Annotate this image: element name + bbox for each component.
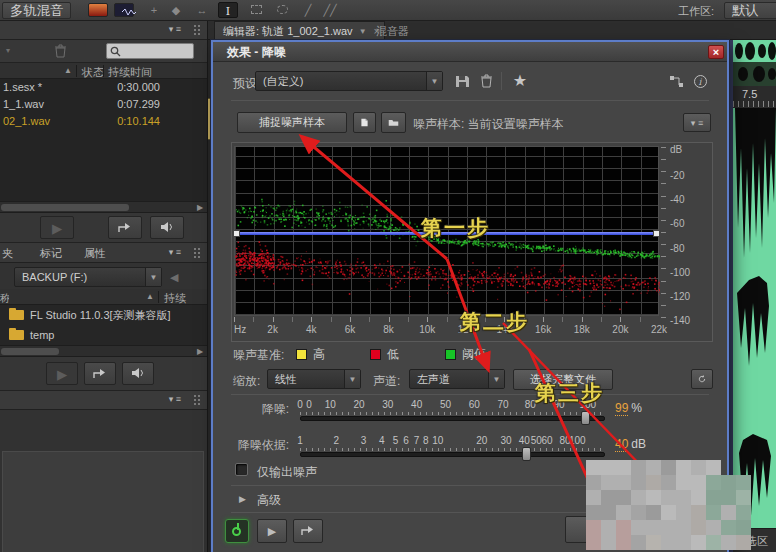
back-icon[interactable]: ◀ [170,271,178,284]
tab-mixer[interactable]: 混音器 [376,24,409,39]
column-name-fragment[interactable]: 称 [0,291,9,306]
column-status[interactable]: 状态 [82,65,104,80]
effect-power-toggle[interactable] [225,519,249,543]
sort-asc-icon[interactable]: ▲ [64,66,72,75]
timeline-ruler[interactable]: 7.5 [733,86,776,108]
lasso-selection-tool-icon[interactable] [272,2,292,18]
mosaic-tile [676,505,691,520]
panel-grip-icon[interactable] [193,24,201,37]
open-in-editor-icon[interactable] [108,216,142,239]
tab-markers[interactable]: 标记 [40,246,62,261]
waveform-overview-bottom[interactable] [733,62,776,86]
tab-dropdown-icon[interactable]: ▼ [359,27,367,36]
channel-value: 左声道 [417,372,450,387]
preview-play-button[interactable]: ▶ [257,519,287,543]
nr-value[interactable]: 99 [615,401,628,416]
dialog-titlebar[interactable]: 效果 - 降噪 × [213,42,727,62]
y-axis-labels: dB-20-40-60-80-100-120-140 [668,146,712,336]
tab-clipped[interactable]: 夹 [2,246,13,261]
files-column-header[interactable]: ▲ 状态 持续时间 [0,63,207,79]
slider-tick-label: 10 [432,435,443,446]
file-row[interactable]: 02_1.wav0:10.144 [0,113,207,130]
capture-noise-sample-button[interactable]: 捕捉噪声样本 [237,112,347,133]
nr-slider-track[interactable] [300,416,605,421]
spectral-view-icon[interactable] [88,3,108,17]
scroll-right-icon[interactable]: ▶ [193,346,207,356]
mosaic-tile [691,535,706,550]
threshold-left-handle[interactable] [233,230,240,237]
tab-properties[interactable]: 属性 [84,246,106,261]
workspace-dropdown[interactable]: 默认 [724,2,776,19]
file-row[interactable]: 1.sesx *0:30.000 [0,79,207,96]
mosaic-tile [721,535,736,550]
panel-grip-icon[interactable] [193,394,201,407]
folder-row[interactable]: temp [0,325,207,345]
time-selection-tool-icon[interactable]: I [218,2,238,18]
info-icon[interactable]: i [689,71,711,91]
panel-menu-icon[interactable]: ▾ ≡ [169,394,181,404]
column-duration[interactable]: 持续时间 [108,65,152,80]
zoom-dropdown[interactable]: 线性 ▼ [267,369,361,389]
advanced-expander-icon[interactable]: ▶ [239,494,246,504]
scroll-right-icon[interactable]: ▶ [193,202,207,212]
panel-menu-icon[interactable]: ▾ ≡ [169,24,181,34]
routing-icon[interactable] [665,71,687,91]
play-button[interactable]: ▶ [46,362,78,385]
spot-heal-tool-icon[interactable]: ╱╱ [320,2,340,18]
nrby-slider-handle[interactable] [522,447,531,461]
graph-menu-icon[interactable]: ▾ ≡ [683,113,711,132]
marquee-selection-tool-icon[interactable] [246,2,266,18]
save-sample-file-icon[interactable] [353,112,376,133]
speaker-icon[interactable] [150,216,184,239]
drive-dropdown[interactable]: BACKUP (F:) ▼ [14,267,162,287]
play-button[interactable]: ▶ [40,216,74,239]
file-row[interactable]: 1_1.wav0:07.299 [0,96,207,113]
output-noise-only-checkbox[interactable] [235,463,248,476]
nr-slider-handle[interactable] [581,411,590,425]
waveform-overview-top[interactable] [733,40,776,62]
load-sample-folder-icon[interactable] [381,112,406,133]
scrollbar-thumb[interactable] [1,348,59,355]
slip-tool-icon[interactable]: ↔ [192,2,212,18]
speaker-icon[interactable] [122,362,154,385]
media-column-header[interactable]: 称 ▲ 持续 [0,289,207,305]
filter-dropdown-icon[interactable]: ▾ [6,46,10,55]
mosaic-tile [721,505,736,520]
threshold-right-handle[interactable] [653,230,660,237]
advanced-label[interactable]: 高级 [257,492,281,509]
media-hscrollbar[interactable]: ▶ [0,345,207,357]
waveform-view-icon[interactable] [114,3,134,17]
delete-preset-icon[interactable] [475,71,497,91]
panel-grip-icon[interactable] [193,247,201,260]
folder-row[interactable]: FL Studio 11.0.3[亲测兼容版] [0,305,207,325]
save-preset-icon[interactable] [451,71,473,91]
files-hscrollbar[interactable]: ▶ [0,201,207,213]
file-name[interactable]: 1.sesx * [3,79,42,96]
reset-icon[interactable] [691,369,713,389]
search-input[interactable] [106,43,194,59]
multitrack-button[interactable]: 多轨混音 [2,2,71,19]
scrollbar-thumb[interactable] [1,204,129,211]
brush-tool-icon[interactable]: ╱ [298,2,318,18]
folder-name[interactable]: FL Studio 11.0.3[亲测兼容版] [30,309,171,321]
tab-editor[interactable]: 编辑器: 轨道 1_002_1.wav ▼ × [214,21,385,40]
nrby-value[interactable]: 40 [615,437,628,452]
open-in-editor-icon[interactable] [84,362,116,385]
loop-playback-icon[interactable] [293,519,323,543]
dialog-close-icon[interactable]: × [708,45,724,59]
file-name[interactable]: 02_1.wav [3,113,50,130]
move-tool-icon[interactable]: + [144,2,164,18]
nrby-slider-track[interactable] [300,452,605,457]
file-name[interactable]: 1_1.wav [3,96,44,113]
preset-dropdown[interactable]: (自定义) ▼ [255,71,443,91]
column-duration[interactable]: 持续 [164,291,186,306]
folder-name[interactable]: temp [30,329,54,341]
slider-tick-label: 8 [423,435,429,446]
mosaic-tile [736,505,751,520]
favorite-star-icon[interactable]: ★ [509,70,531,90]
channel-dropdown[interactable]: 左声道 ▼ [409,369,505,389]
razor-tool-icon[interactable]: ◆ [166,2,186,18]
panel-menu-icon[interactable]: ▾ ≡ [169,247,181,257]
sort-asc-icon[interactable]: ▲ [146,292,154,301]
trash-icon[interactable] [54,44,67,60]
